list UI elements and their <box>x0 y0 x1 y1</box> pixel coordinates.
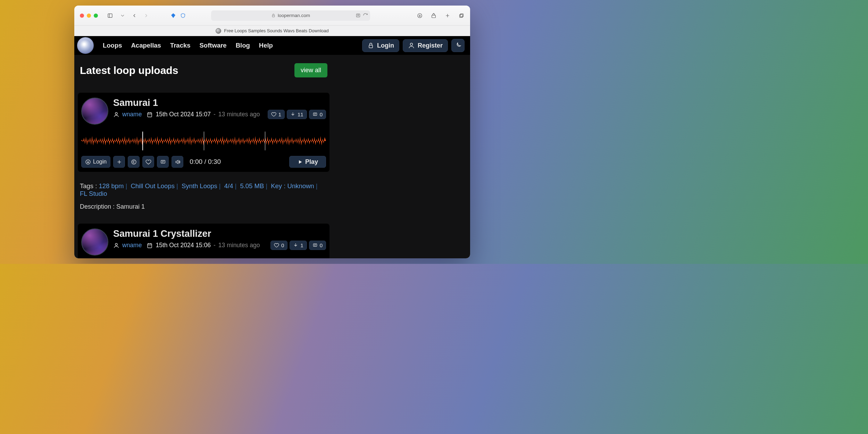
user-icon <box>113 111 119 118</box>
comments-stat[interactable]: 0 <box>309 110 326 119</box>
download-icon <box>293 243 298 248</box>
download-icon <box>85 159 91 165</box>
register-button[interactable]: Register <box>403 39 448 52</box>
calendar-icon <box>147 242 153 249</box>
tag-link[interactable]: 5.05 MB <box>240 182 264 190</box>
play-button[interactable]: Play <box>289 156 326 168</box>
share-icon[interactable] <box>431 12 437 19</box>
nav-loops[interactable]: Loops <box>103 42 122 49</box>
downloads-stat[interactable]: 1 <box>290 241 307 250</box>
back-icon[interactable] <box>131 12 137 19</box>
tab-overview-icon[interactable] <box>458 12 465 19</box>
avatar[interactable] <box>81 228 108 256</box>
view-all-button[interactable]: view all <box>294 63 327 77</box>
likes-stat[interactable]: 0 <box>270 241 287 250</box>
extension-diamond-icon[interactable] <box>170 12 176 19</box>
loop-card: Samurai 1 wname 15th Oct 2024 15:07 - 13… <box>78 93 329 172</box>
close-icon[interactable] <box>80 14 84 18</box>
heart-icon <box>271 112 276 117</box>
svg-rect-8 <box>432 15 436 17</box>
comment-icon <box>312 112 318 117</box>
sidebar-toggle-icon[interactable] <box>107 12 113 19</box>
nav-tracks[interactable]: Tracks <box>170 42 191 49</box>
svg-point-32 <box>115 243 117 245</box>
svg-rect-3 <box>357 14 360 17</box>
waveform[interactable] <box>81 130 326 152</box>
nav-acapellas[interactable]: Acapellas <box>131 42 161 49</box>
svg-rect-33 <box>148 243 152 248</box>
maximize-icon[interactable] <box>94 14 98 18</box>
downloads-stat[interactable]: 11 <box>287 110 307 119</box>
upload-date: 15th Oct 2024 15:06 <box>156 242 211 249</box>
add-button[interactable] <box>113 156 125 168</box>
shield-icon[interactable] <box>180 12 186 19</box>
refresh-icon[interactable] <box>363 13 368 18</box>
moon-icon <box>454 42 461 49</box>
copyright-icon <box>131 159 137 165</box>
theme-toggle[interactable] <box>451 39 465 52</box>
window-controls <box>80 14 98 18</box>
comments-stat[interactable]: 0 <box>309 241 326 250</box>
comment-icon <box>160 159 166 165</box>
tag-link[interactable]: 4/4 <box>224 182 233 190</box>
svg-rect-2 <box>272 15 275 17</box>
calendar-icon <box>147 111 153 118</box>
heart-icon <box>274 243 279 248</box>
tabs-dropdown-icon[interactable] <box>119 12 126 19</box>
download-icon <box>290 112 295 117</box>
user-icon <box>113 242 119 249</box>
login-to-download-button[interactable]: Login <box>81 156 110 168</box>
favorite-button[interactable] <box>142 156 154 168</box>
tag-link[interactable]: Key : Unknown <box>271 182 314 190</box>
tag-link[interactable]: Chill Out Loops <box>131 182 174 190</box>
comment-icon <box>312 243 318 248</box>
license-button[interactable] <box>128 156 140 168</box>
svg-rect-21 <box>313 113 317 116</box>
svg-rect-16 <box>148 112 152 117</box>
comment-button[interactable] <box>157 156 169 168</box>
minimize-icon[interactable] <box>87 14 91 18</box>
downloads-icon[interactable] <box>417 12 423 19</box>
upload-ago: 13 minutes ago <box>218 242 260 249</box>
lock-icon <box>271 13 276 18</box>
svg-rect-12 <box>460 14 463 17</box>
address-bar[interactable]: looperman.com <box>211 10 370 21</box>
titlebar: looperman.com <box>74 6 470 26</box>
time-display: 0:00 / 0:30 <box>190 158 221 166</box>
tab-title[interactable]: Free Loops Samples Sounds Wavs Beats Dow… <box>224 28 329 33</box>
loop-title[interactable]: Samurai 1 <box>113 98 326 108</box>
play-icon <box>297 159 303 165</box>
site-logo[interactable] <box>77 37 94 54</box>
login-button[interactable]: Login <box>362 39 399 52</box>
loop-title[interactable]: Samurai 1 Crystallizer <box>113 228 326 239</box>
waveform-marker <box>204 132 205 150</box>
nav-help[interactable]: Help <box>259 42 273 49</box>
reader-icon[interactable] <box>356 13 361 18</box>
tag-link[interactable]: FL Studio <box>80 190 107 197</box>
avatar[interactable] <box>81 98 108 125</box>
svg-rect-13 <box>369 45 373 48</box>
upload-ago: 13 minutes ago <box>218 111 260 118</box>
site-navbar: Loops Acapellas Tracks Software Blog Hel… <box>74 36 470 55</box>
site-favicon <box>216 28 221 34</box>
tabbar: Free Loops Samples Sounds Wavs Beats Dow… <box>74 26 470 36</box>
lock-icon <box>367 42 374 49</box>
waveform-marker <box>265 132 266 150</box>
nav-software[interactable]: Software <box>200 42 227 49</box>
likes-stat[interactable]: 1 <box>268 110 285 119</box>
url-host: looperman.com <box>278 13 310 18</box>
svg-point-28 <box>132 160 136 164</box>
tag-link[interactable]: 128 bpm <box>99 182 124 190</box>
uploader-link[interactable]: wname <box>122 111 142 118</box>
upload-date: 15th Oct 2024 15:07 <box>156 111 211 118</box>
volume-button[interactable] <box>172 156 183 168</box>
svg-rect-38 <box>313 244 317 247</box>
new-tab-icon[interactable] <box>444 12 451 19</box>
browser-window: looperman.com Free Loops Samples Sound <box>74 6 470 258</box>
uploader-link[interactable]: wname <box>122 242 142 249</box>
volume-icon <box>175 159 181 165</box>
svg-point-14 <box>410 43 413 45</box>
nav-blog[interactable]: Blog <box>236 42 250 49</box>
forward-icon[interactable] <box>143 12 149 19</box>
tag-link[interactable]: Synth Loops <box>182 182 217 190</box>
